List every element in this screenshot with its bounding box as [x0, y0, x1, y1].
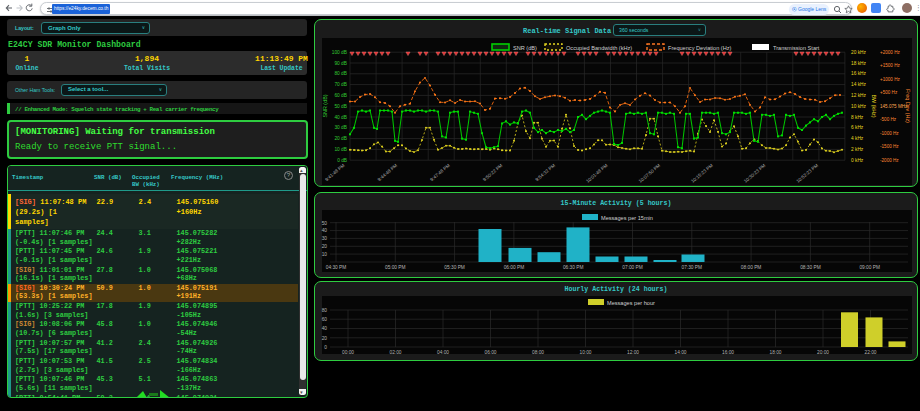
svg-text:08:00: 08:00: [532, 350, 544, 355]
svg-text:50: 50: [322, 221, 328, 226]
svg-text:Transmission Start: Transmission Start: [773, 45, 820, 51]
svg-text:08:30 PM: 08:30 PM: [800, 265, 821, 270]
svg-text:22:00: 22:00: [864, 350, 876, 355]
svg-text:SNR (dB): SNR (dB): [513, 45, 537, 51]
svg-text:10: 10: [322, 252, 328, 257]
svg-text:+2000 Hz: +2000 Hz: [880, 50, 900, 55]
svg-text:30 dB: 30 dB: [334, 125, 347, 130]
svg-text:+1500 Hz: +1500 Hz: [880, 63, 900, 68]
svg-text:100 dB: 100 dB: [332, 50, 347, 55]
svg-text:14:00: 14:00: [674, 350, 686, 355]
svg-text:10 kHz: 10 kHz: [851, 104, 867, 109]
svg-text:07:30 PM: 07:30 PM: [682, 265, 703, 270]
svg-text:00:00: 00:00: [342, 350, 354, 355]
svg-text:10:00: 10:00: [579, 350, 591, 355]
svg-text:8 kHz: 8 kHz: [851, 115, 864, 120]
svg-text:10 dB: 10 dB: [334, 147, 347, 152]
svg-text:-500 Hz: -500 Hz: [880, 117, 897, 122]
svg-text:06:30 PM: 06:30 PM: [563, 265, 584, 270]
svg-text:04:30 PM: 04:30 PM: [326, 265, 347, 270]
svg-text:20: 20: [322, 244, 328, 249]
svg-text:4 kHz: 4 kHz: [851, 136, 864, 141]
svg-text:04:00: 04:00: [437, 350, 449, 355]
svg-text:SNR (dB): SNR (dB): [322, 94, 328, 117]
svg-text:-2000 Hz: -2000 Hz: [880, 158, 899, 163]
svg-text:20:00: 20:00: [817, 350, 829, 355]
svg-text:60 dB: 60 dB: [334, 93, 347, 98]
svg-text:0: 0: [324, 345, 327, 350]
svg-text:09:00 PM: 09:00 PM: [859, 265, 880, 270]
svg-text:08:00 PM: 08:00 PM: [741, 265, 762, 270]
svg-text:6 kHz: 6 kHz: [851, 125, 864, 130]
svg-text:12:00: 12:00: [627, 350, 639, 355]
svg-text:40: 40: [322, 326, 328, 331]
svg-text:14 kHz: 14 kHz: [851, 82, 867, 87]
svg-text:Frequency Deviation (Hz): Frequency Deviation (Hz): [668, 45, 732, 51]
svg-text:07:00 PM: 07:00 PM: [622, 265, 643, 270]
svg-text:0 kHz: 0 kHz: [851, 158, 864, 163]
svg-text:18:00: 18:00: [769, 350, 781, 355]
svg-text:18 kHz: 18 kHz: [851, 61, 867, 66]
svg-text:+1000 Hz: +1000 Hz: [880, 77, 900, 82]
svg-text:-1500 Hz: -1500 Hz: [880, 144, 899, 149]
svg-text:Messages per hour: Messages per hour: [607, 300, 655, 306]
svg-text:2 kHz: 2 kHz: [851, 147, 864, 152]
svg-text:40: 40: [322, 228, 328, 233]
svg-text:16 kHz: 16 kHz: [851, 71, 867, 76]
svg-text:05:00 PM: 05:00 PM: [385, 265, 406, 270]
svg-text:50 dB: 50 dB: [334, 104, 347, 109]
svg-text:BW (kHz): BW (kHz): [871, 94, 877, 117]
svg-text:20: 20: [322, 336, 328, 341]
svg-text:60: 60: [322, 317, 328, 322]
svg-text:Occupied Bandwidth (kHz): Occupied Bandwidth (kHz): [566, 45, 632, 51]
svg-text:145.075 MHz: 145.075 MHz: [880, 104, 908, 109]
svg-text:05:30 PM: 05:30 PM: [444, 265, 465, 270]
svg-text:40 dB: 40 dB: [334, 115, 347, 120]
svg-text:80 dB: 80 dB: [334, 71, 347, 76]
svg-text:Messages per 15min: Messages per 15min: [601, 215, 653, 221]
svg-text:20 kHz: 20 kHz: [851, 50, 867, 55]
svg-text:+500 Hz: +500 Hz: [880, 90, 898, 95]
svg-text:Freq Dev (Hz): Freq Dev (Hz): [905, 89, 911, 123]
svg-text:06:00: 06:00: [484, 350, 496, 355]
svg-text:06:00 PM: 06:00 PM: [504, 265, 525, 270]
svg-text:0 dB: 0 dB: [337, 158, 347, 163]
svg-text:02:00: 02:00: [389, 350, 401, 355]
svg-text:20 dB: 20 dB: [334, 136, 347, 141]
svg-text:16:00: 16:00: [722, 350, 734, 355]
svg-text:90 dB: 90 dB: [334, 61, 347, 66]
svg-text:12 kHz: 12 kHz: [851, 93, 867, 98]
svg-text:30: 30: [322, 236, 328, 241]
svg-text:80: 80: [322, 308, 328, 313]
svg-text:-1000 Hz: -1000 Hz: [880, 131, 899, 136]
svg-text:70 dB: 70 dB: [334, 82, 347, 87]
